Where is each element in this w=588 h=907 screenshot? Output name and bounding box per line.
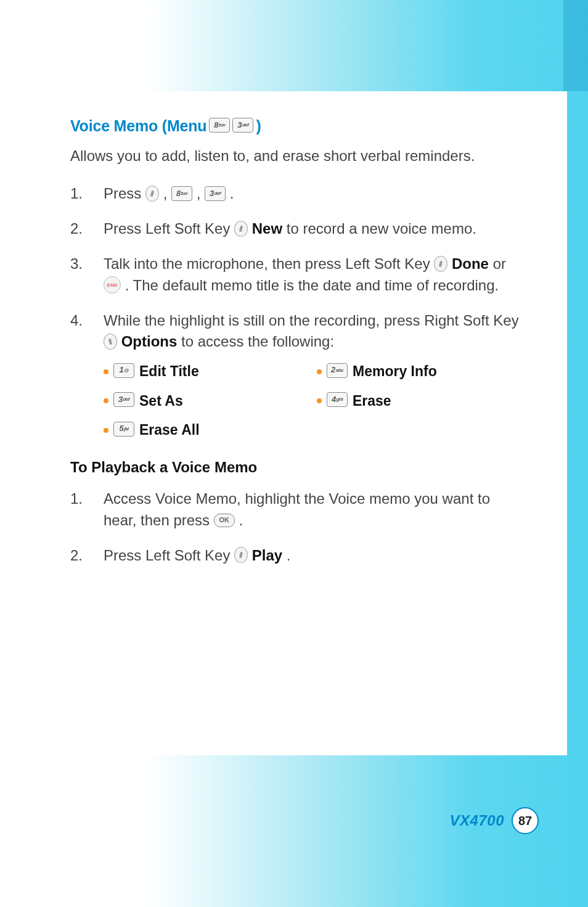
bullet-icon bbox=[317, 398, 322, 403]
ok-key-icon: OK bbox=[214, 514, 235, 527]
option-erase: 4ghi Erase bbox=[317, 391, 524, 411]
left-softkey-icon bbox=[234, 221, 248, 237]
step-1: Press , 8tuv , 3def . bbox=[70, 183, 524, 205]
playback-step-1: Access Voice Memo, highlight the Voice m… bbox=[70, 488, 524, 531]
thumb-tab bbox=[563, 0, 588, 91]
heading-prefix: Voice Memo (Menu bbox=[70, 117, 206, 135]
left-softkey-icon bbox=[434, 256, 447, 272]
option-set-as: 3def Set As bbox=[104, 391, 311, 411]
playback-step-2: Press Left Soft Key Play . bbox=[70, 545, 524, 567]
intro-text: Allows you to add, listen to, and erase … bbox=[70, 146, 524, 166]
heading-suffix: ) bbox=[256, 117, 261, 135]
key-3def-icon: 3def bbox=[232, 118, 253, 133]
step-4: While the highlight is still on the reco… bbox=[70, 310, 524, 441]
options-label: Options bbox=[121, 333, 178, 350]
bullet-icon bbox=[104, 428, 108, 433]
playback-heading: To Playback a Voice Memo bbox=[70, 459, 524, 476]
step-3: Talk into the microphone, then press Lef… bbox=[70, 253, 524, 297]
right-softkey-icon bbox=[104, 334, 117, 350]
bullet-icon bbox=[104, 369, 108, 374]
key-3def-icon: 3def bbox=[113, 392, 134, 407]
key-3def-icon: 3def bbox=[205, 186, 226, 201]
key-4ghi-icon: 4ghi bbox=[327, 392, 348, 407]
play-label: Play bbox=[252, 547, 282, 564]
key-2abc-icon: 2abc bbox=[327, 363, 348, 378]
bullet-icon bbox=[317, 369, 322, 374]
left-softkey-icon bbox=[234, 547, 248, 563]
option-erase-all: 5jkl Erase All bbox=[104, 420, 311, 440]
page-number: 87 bbox=[512, 807, 539, 834]
steps-list: Press , 8tuv , 3def . Press Left Soft Ke… bbox=[70, 183, 524, 440]
bullet-icon bbox=[104, 398, 108, 403]
options-grid: 1@ Edit Title 2abc Memory Info 3def Set … bbox=[104, 361, 524, 440]
done-label: Done bbox=[452, 255, 489, 272]
option-edit-title: 1@ Edit Title bbox=[104, 361, 311, 382]
step-2: Press Left Soft Key New to record a new … bbox=[70, 218, 524, 240]
left-softkey-icon bbox=[145, 186, 159, 202]
model-label: VX4700 bbox=[450, 812, 504, 829]
key-8tuv-icon: 8tuv bbox=[209, 118, 230, 133]
option-memory-info: 2abc Memory Info bbox=[317, 361, 524, 382]
end-key-icon: END bbox=[104, 276, 121, 293]
page-content: Voice Memo (Menu 8tuv 3def ) Allows you … bbox=[27, 91, 567, 755]
key-5jkl-icon: 5jkl bbox=[113, 422, 134, 437]
page-footer: VX4700 87 bbox=[450, 807, 539, 834]
new-label: New bbox=[252, 220, 282, 237]
key-1-icon: 1@ bbox=[113, 363, 134, 378]
section-heading: Voice Memo (Menu 8tuv 3def ) bbox=[70, 117, 524, 135]
key-8tuv-icon: 8tuv bbox=[171, 186, 192, 201]
playback-steps: Access Voice Memo, highlight the Voice m… bbox=[70, 488, 524, 566]
